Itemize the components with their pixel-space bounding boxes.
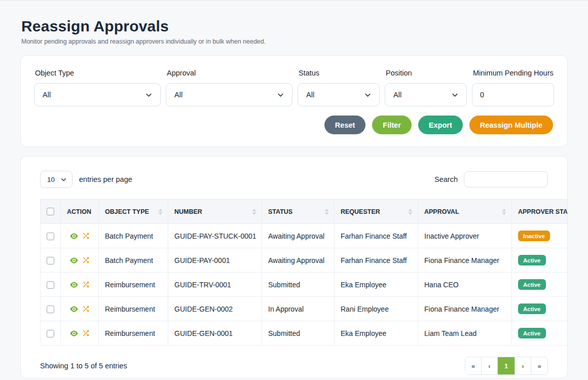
table-row: Batch Payment GUIDE-PAY-0001 Awaiting Ap… xyxy=(41,248,568,273)
view-button[interactable] xyxy=(69,232,79,241)
pagination-first-button[interactable]: « xyxy=(465,357,482,374)
reassign-button[interactable] xyxy=(82,232,90,240)
position-label: Position xyxy=(386,69,467,77)
cell-number: GUIDE-TRV-0001 xyxy=(168,273,262,297)
object-type-select[interactable]: All xyxy=(34,83,161,106)
eye-icon xyxy=(69,329,79,338)
pagination: « ‹ 1 › » xyxy=(465,357,548,375)
cell-object-type: Reimbursement xyxy=(99,321,168,346)
cell-object-type: Reimbursement xyxy=(99,273,168,297)
select-all-checkbox[interactable] xyxy=(47,208,54,215)
sort-icon xyxy=(502,208,506,215)
approver-status-badge: Active xyxy=(518,255,546,265)
eye-icon xyxy=(69,280,79,289)
reassign-button[interactable] xyxy=(82,280,90,289)
reassign-button[interactable] xyxy=(82,256,90,264)
column-requester-label: REQUESTER xyxy=(341,208,380,215)
cell-requester: Eka Employee xyxy=(335,273,418,297)
approver-status-badge: Active xyxy=(518,328,546,338)
row-checkbox[interactable] xyxy=(47,306,54,313)
row-checkbox[interactable] xyxy=(47,233,54,240)
shuffle-icon xyxy=(82,280,90,289)
shuffle-icon xyxy=(82,232,90,240)
cell-number: GUIDE-PAY-0001 xyxy=(168,248,262,273)
view-button[interactable] xyxy=(69,256,79,265)
pagination-prev-button[interactable]: ‹ xyxy=(482,357,498,374)
cell-requester: Farhan Finance Staff xyxy=(335,248,418,273)
showing-entries-text: Showing 1 to 5 of 5 entries xyxy=(40,362,127,370)
status-select[interactable]: All xyxy=(298,83,380,106)
sort-icon xyxy=(252,208,256,215)
row-checkbox[interactable] xyxy=(47,281,54,289)
reassign-button[interactable] xyxy=(82,305,90,313)
column-approval[interactable]: APPROVAL xyxy=(418,200,512,224)
object-type-label: Object Type xyxy=(35,69,161,77)
cell-requester: Farhan Finance Staff xyxy=(335,224,418,248)
search-control: Search xyxy=(434,171,548,187)
view-button[interactable] xyxy=(69,305,79,314)
entries-per-page-label: entries per page xyxy=(79,175,132,183)
cell-object-type: Batch Payment xyxy=(99,224,168,248)
column-number-label: NUMBER xyxy=(174,208,202,215)
row-checkbox[interactable] xyxy=(47,330,54,337)
pagination-page-1-button[interactable]: 1 xyxy=(498,357,515,374)
min-pending-hours-label: Minimum Pending Hours xyxy=(473,69,554,77)
shuffle-icon xyxy=(82,305,90,313)
approver-status-badge: Active xyxy=(518,279,546,290)
reassign-multiple-button[interactable]: Reassign Multiple xyxy=(469,116,553,134)
column-object-type[interactable]: OBJECT TYPE xyxy=(99,200,168,224)
filter-approval: Approval All xyxy=(166,68,292,106)
export-button[interactable]: Export xyxy=(418,116,463,134)
approval-value: All xyxy=(174,91,182,99)
sort-icon xyxy=(408,208,413,215)
position-value: All xyxy=(393,91,401,99)
shuffle-icon xyxy=(82,329,90,337)
approval-select[interactable]: All xyxy=(166,83,292,106)
cell-approval: Hana CEO xyxy=(418,273,512,297)
filter-actions: Reset Filter Export Reassign Multiple xyxy=(34,116,554,134)
approvals-table-card: 10 entries per page Search ACTION xyxy=(20,156,568,378)
pagination-last-button[interactable]: » xyxy=(531,357,547,374)
cell-status: Awaiting Approval xyxy=(262,248,335,273)
pagination-next-button[interactable]: › xyxy=(515,357,531,374)
page-size-select[interactable]: 10 xyxy=(40,171,72,188)
row-checkbox[interactable] xyxy=(47,257,54,264)
chevron-down-icon xyxy=(451,91,459,99)
column-status-label: STATUS xyxy=(268,208,292,215)
reassign-approvals-page: Reassign Approvals Monitor pending appro… xyxy=(0,18,588,378)
page-subtitle: Monitor pending approvals and reassign a… xyxy=(21,38,568,45)
cell-approval: Inactive Approver xyxy=(418,224,512,248)
status-label: Status xyxy=(299,69,380,77)
cell-approval: Liam Team Lead xyxy=(418,321,512,346)
table-row: Reimbursement GUIDE-TRV-0001 Submitted E… xyxy=(41,273,568,297)
approver-status-badge: Active xyxy=(518,303,546,314)
sort-icon xyxy=(324,208,329,215)
column-requester[interactable]: REQUESTER xyxy=(335,200,418,224)
chevron-down-icon xyxy=(364,91,372,99)
column-action-label: ACTION xyxy=(67,208,91,215)
position-select[interactable]: All xyxy=(385,83,467,106)
column-object-type-label: OBJECT TYPE xyxy=(105,208,149,215)
view-button[interactable] xyxy=(69,280,79,289)
search-label: Search xyxy=(434,175,458,183)
sort-icon xyxy=(158,208,163,215)
reassign-button[interactable] xyxy=(82,329,90,337)
approver-status-badge: Inactive xyxy=(518,231,550,241)
filter-object-type: Object Type All xyxy=(34,68,161,106)
chevron-down-icon xyxy=(145,91,153,99)
approvals-table: ACTION OBJECT TYPE NUMBER STATUS REQUEST… xyxy=(40,199,567,346)
reset-button[interactable]: Reset xyxy=(324,116,366,134)
page-size-control: 10 entries per page xyxy=(40,171,132,188)
view-button[interactable] xyxy=(69,329,79,338)
column-action[interactable]: ACTION xyxy=(61,200,99,224)
search-input[interactable] xyxy=(464,171,548,187)
filter-status: Status All xyxy=(298,68,380,106)
column-number[interactable]: NUMBER xyxy=(168,200,262,224)
filter-button[interactable]: Filter xyxy=(372,116,411,134)
cell-number: GUIDE-PAY-STUCK-0001 xyxy=(168,224,262,248)
min-pending-hours-input[interactable] xyxy=(472,83,554,106)
eye-icon xyxy=(69,305,79,314)
column-approver-status[interactable]: APPROVER STATUS xyxy=(512,200,568,224)
column-status[interactable]: STATUS xyxy=(262,200,335,224)
filter-min-pending-hours: Minimum Pending Hours xyxy=(472,68,554,106)
